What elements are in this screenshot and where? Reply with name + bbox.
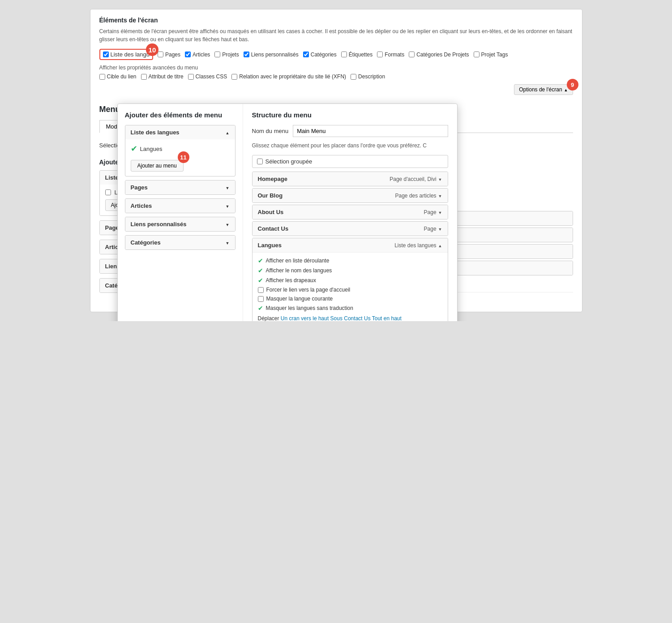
checkbox-etiquettes: Étiquettes — [341, 52, 372, 58]
popup-aboutus-type-label: Page — [424, 209, 437, 215]
checkbox-categories: Catégories — [303, 52, 337, 58]
projet-tags-checkbox[interactable] — [474, 52, 479, 57]
popup-liens-chevron-icon — [226, 221, 230, 228]
popup-menu-item-ourblog: Our Blog Page des articles — [252, 188, 448, 203]
cb-afficher-drapeaux: ✔ Afficher les drapeaux — [258, 277, 442, 284]
screen-options-section: Éléments de l'écran Certains éléments de… — [99, 17, 573, 95]
ourblog-chevron-icon — [438, 193, 442, 199]
popup-categories-chevron-icon — [226, 239, 230, 246]
popup-homepage-title: Homepage — [258, 176, 287, 182]
badge-11: 11 — [178, 151, 189, 163]
homepage-chevron-icon — [438, 176, 442, 182]
projets-checkbox[interactable] — [214, 52, 220, 57]
attribut-checkbox[interactable] — [141, 74, 147, 80]
adv-css: Classes CSS — [188, 73, 227, 80]
checkmark-icon: ✔ — [131, 144, 137, 154]
popup-section-pages: Pages — [125, 180, 235, 195]
relation-label: Relation avec le propriétaire du site li… — [239, 73, 346, 80]
formats-label: Formats — [385, 52, 404, 58]
adv-attribut: Attribut de titre — [141, 73, 184, 80]
popup-menu-item-ourblog-header[interactable]: Our Blog Page des articles — [253, 189, 448, 202]
cb-afficher-drapeaux-label: Afficher les drapeaux — [266, 277, 317, 284]
cb-afficher-nom-check-icon: ✔ — [258, 267, 263, 274]
popup-pages-label: Pages — [131, 184, 148, 191]
cb-masquer-sans-trad: ✔ Masquer les langues sans traduction — [258, 305, 442, 312]
popup-selection-groupee-checkbox[interactable] — [257, 159, 263, 164]
formats-checkbox[interactable] — [377, 52, 383, 57]
popup-section-pages-header[interactable]: Pages — [125, 180, 235, 194]
pages-checkbox[interactable] — [158, 52, 163, 57]
popup-articles-chevron-icon — [226, 202, 230, 209]
popup-contactus-title: Contact Us — [258, 225, 289, 232]
description-label: Description — [358, 73, 385, 80]
popup-menu-item-contactus-header[interactable]: Contact Us Page — [253, 222, 448, 236]
adv-relation: Relation avec le propriétaire du site li… — [231, 73, 346, 80]
popup-left-title: Ajouter des éléments de menu — [125, 111, 235, 119]
cb-masquer-langue-label: Masquer la langue courante — [266, 296, 333, 302]
popup-contactus-type: Page — [424, 226, 442, 232]
popup-langues-expanded: ✔ Afficher en liste déroulante ✔ Affiche… — [253, 252, 448, 321]
popup-articles-label: Articles — [131, 202, 152, 209]
adv-description: Description — [351, 73, 385, 80]
articles-checkbox[interactable] — [185, 52, 191, 57]
categories-label: Catégories — [311, 52, 337, 58]
langues-item-checkbox[interactable] — [105, 189, 111, 195]
popup-menu-item-homepage-header[interactable]: Homepage Page d'accueil, Divi — [253, 172, 448, 186]
popup-section-langues-header[interactable]: Liste des langues — [125, 125, 235, 139]
move-up-link[interactable]: Un cran vers le haut — [281, 315, 329, 321]
langues-popup-label: Langues — [140, 146, 163, 152]
popup-right: Structure du menu Nom du menu Glissez ch… — [243, 104, 457, 321]
badge-9: 9 — [567, 79, 578, 90]
badge-10: 10 — [146, 43, 158, 56]
popup-section-categories-header[interactable]: Catégories — [125, 236, 235, 249]
popup-menu-item-homepage: Homepage Page d'accueil, Divi — [252, 172, 448, 186]
popup-ourblog-type: Page des articles — [395, 193, 442, 199]
options-ecran-label: Options de l'écran — [519, 86, 562, 93]
css-checkbox[interactable] — [188, 74, 194, 80]
move-top-link[interactable]: Tout en haut — [372, 315, 402, 321]
popup-menu-item-aboutus-header[interactable]: About Us Page — [253, 205, 448, 219]
popup-langues-menu-type-label: Liste des langues — [394, 242, 436, 249]
cible-checkbox[interactable] — [99, 74, 105, 80]
popup-liens-label: Liens personnalisés — [131, 221, 187, 228]
cb-afficher-liste-label: Afficher en liste déroulante — [266, 258, 330, 264]
popup-section-langues: Liste des langues ✔ Langues Ajouter au m… — [125, 125, 235, 176]
popup-menu-item-contactus: Contact Us Page — [252, 221, 448, 236]
pages-label: Pages — [165, 52, 180, 58]
aboutus-chevron-icon — [438, 209, 442, 215]
attribut-label: Attribut de titre — [149, 73, 184, 80]
screen-options-desc: Certains éléments de l'écran peuvent êtr… — [99, 27, 573, 43]
popup-homepage-type-label: Page d'accueil, Divi — [390, 176, 436, 182]
popup-section-liens-header[interactable]: Liens personnalisés — [125, 217, 235, 231]
popup-pages-chevron-icon — [226, 184, 230, 191]
move-row: Déplacer Un cran vers le haut Sous Conta… — [258, 315, 442, 321]
move-label: Déplacer — [258, 315, 281, 321]
categories-checkbox[interactable] — [303, 52, 309, 57]
cat-projets-checkbox[interactable] — [409, 52, 415, 57]
liste-des-langues-checkbox[interactable] — [103, 52, 109, 57]
cb-masquer-sans-trad-label: Masquer les langues sans traduction — [266, 305, 353, 311]
popup-aboutus-type: Page — [424, 209, 442, 215]
cat-projets-label: Catégories De Projets — [416, 52, 469, 58]
liens-checkbox[interactable] — [244, 52, 249, 57]
adv-cible: Cible du lien — [99, 73, 137, 80]
checkbox-formats: Formats — [377, 52, 404, 58]
popup-menu-item-aboutus: About Us Page — [252, 205, 448, 219]
cb-afficher-drapeaux-check-icon: ✔ — [258, 277, 263, 284]
etiquettes-checkbox[interactable] — [341, 52, 347, 57]
popup-menu-item-langues-header[interactable]: Langues Liste des langues 12 — [253, 238, 448, 252]
options-ecran-button[interactable]: Options de l'écran 9 — [514, 84, 573, 95]
relation-checkbox[interactable] — [231, 74, 237, 80]
popup-section-articles-header[interactable]: Articles — [125, 199, 235, 213]
cb-masquer-langue-checkbox[interactable] — [258, 296, 264, 302]
description-checkbox[interactable] — [351, 74, 356, 80]
move-sous-contact-link[interactable]: Sous Contact Us — [330, 315, 371, 321]
popup-add-button[interactable]: Ajouter au menu — [131, 160, 184, 172]
projet-tags-label: Projet Tags — [481, 52, 508, 58]
checkbox-projet-tags: Projet Tags — [474, 52, 508, 58]
main-panel: Éléments de l'écran Certains éléments de… — [90, 9, 582, 312]
cb-forcer-lien-checkbox[interactable] — [258, 287, 264, 293]
popup-hint: Glissez chaque élément pour les placer d… — [252, 142, 448, 150]
liens-label: Liens personnalisés — [251, 52, 299, 58]
popup-menu-name-input[interactable] — [293, 125, 448, 137]
